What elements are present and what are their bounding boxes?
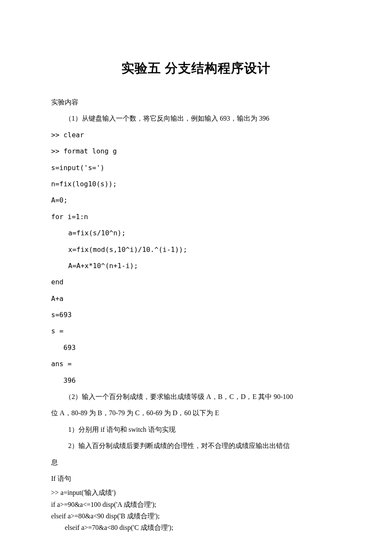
code-line: for i=1:n (51, 209, 341, 225)
code-line: >> clear (51, 127, 341, 143)
code-line: elseif a>=80&a<90 disp('B 成绩合理'); (51, 510, 341, 522)
code-line: a=fix(s/10^n); (51, 225, 341, 241)
code-line: x=fix(mod(s,10^i)/10.^(i-1)); (51, 242, 341, 258)
code-line: elseif a>=70&a<80 disp('C 成绩合理'); (51, 522, 341, 533)
page-title: 实验五 分支结构程序设计 (51, 60, 341, 77)
question-2-sub2b: 息 (51, 454, 341, 471)
question-1-prompt: （1）从键盘输入一个数，将它反向输出，例如输入 693，输出为 396 (51, 110, 341, 127)
code-line: s=input('s=') (51, 160, 341, 176)
question-2-sub2: 2）输入百分制成绩后要判断成绩的合理性，对不合理的成绩应输出出错信 (51, 438, 341, 454)
output-value: 693 (51, 340, 341, 356)
output-line: s = (51, 323, 341, 339)
document-page: 实验五 分支结构程序设计 实验内容 （1）从键盘输入一个数，将它反向输出，例如输… (0, 0, 392, 555)
code-line: A+a (51, 291, 341, 307)
code-line: A=0; (51, 192, 341, 208)
if-label: If 语句 (51, 471, 341, 487)
output-value: 396 (51, 373, 341, 389)
question-2-sub1: 1）分别用 if 语句和 switch 语句实现 (51, 422, 341, 438)
code-line: >> a=input('输入成绩') (51, 487, 341, 498)
question-2-prompt-line2: 位 A，80-89 为 B，70-79 为 C，60-69 为 D，60 以下为… (51, 405, 341, 421)
question-2-prompt-line1: （2）输入一个百分制成绩，要求输出成绩等级 A，B，C，D，E 其中 90-10… (51, 389, 341, 405)
output-line: ans = (51, 356, 341, 372)
code-line: end (51, 274, 341, 290)
code-line: A=A+x*10^(n+1-i); (51, 258, 341, 274)
code-line: >> format long g (51, 143, 341, 159)
section-header: 实验内容 (51, 94, 341, 110)
output-line: s=693 (51, 307, 341, 323)
code-line: n=fix(log10(s)); (51, 176, 341, 192)
code-line: if a>=90&a<=100 disp('A 成绩合理'); (51, 499, 341, 510)
